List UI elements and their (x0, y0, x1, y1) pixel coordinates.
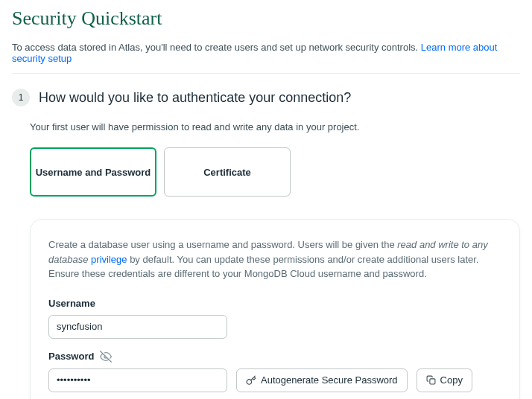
intro-text: To access data stored in Atlas, you'll n… (12, 42, 520, 64)
step-title: How would you like to authenticate your … (39, 90, 351, 106)
password-label: Password (48, 351, 94, 362)
auth-option-row: Username and Password Certificate (30, 147, 520, 197)
intro-prefix: To access data stored in Atlas, you'll n… (12, 42, 421, 53)
copy-button[interactable]: Copy (417, 368, 472, 392)
divider (12, 73, 520, 74)
panel-description: Create a database user using a username … (48, 237, 501, 281)
svg-rect-0 (429, 379, 434, 384)
autogenerate-label: Autogenerate Secure Password (261, 374, 398, 386)
step-header: 1 How would you like to authenticate you… (12, 89, 520, 106)
option-certificate[interactable]: Certificate (164, 147, 291, 197)
copy-icon (426, 375, 436, 385)
username-label: Username (48, 298, 501, 309)
copy-label: Copy (440, 374, 463, 386)
password-input[interactable] (48, 368, 227, 392)
username-field-row: Username (48, 298, 501, 339)
step-sub-intro: Your first user will have permission to … (30, 121, 520, 133)
password-field-row: Password Autogenerate Secure Password Co… (48, 351, 501, 392)
step-number-badge: 1 (12, 89, 30, 106)
privilege-link[interactable]: privilege (91, 254, 127, 265)
eye-off-icon[interactable] (100, 351, 112, 363)
key-icon (246, 375, 256, 386)
credentials-panel: Create a database user using a username … (30, 219, 520, 399)
option-username-password[interactable]: Username and Password (30, 147, 156, 197)
username-input[interactable] (48, 315, 227, 339)
autogenerate-password-button[interactable]: Autogenerate Secure Password (236, 368, 408, 392)
page-title: Security Quickstart (12, 7, 520, 30)
